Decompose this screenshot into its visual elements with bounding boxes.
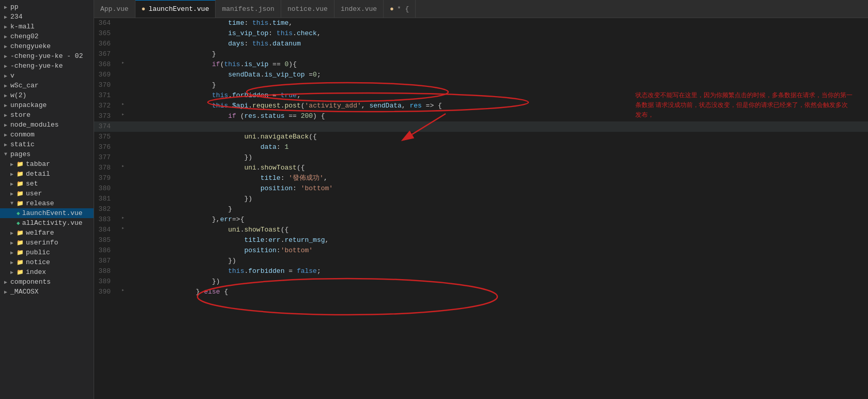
code-line-369: 369 sendData.is_vip_top =0;: [94, 70, 868, 80]
tab-app-vue-label: App.vue: [100, 5, 129, 13]
code-line-382: 382 }: [94, 204, 868, 214]
code-line-375: 375 uni.navigateBack({: [94, 132, 868, 142]
code-line-374: 374: [94, 121, 868, 132]
code-line-389: 389 }): [94, 277, 868, 287]
code-line-367: 367 }: [94, 49, 868, 59]
code-line-387: 387 }): [94, 256, 868, 266]
code-line-376: 376 data: 1: [94, 142, 868, 152]
code-line-377: 377 }): [94, 152, 868, 163]
sidebar-item-chengyueke[interactable]: ▶chengyueke: [0, 41, 94, 51]
code-editor[interactable]: 364 time: this.time, 365 is_vip_top: thi…: [94, 18, 868, 399]
code-line-370: 370 }: [94, 80, 868, 90]
tab-launch-event-label: launchEvent.vue: [148, 5, 209, 13]
code-line-384: 384 ▸ uni.showToast({: [94, 225, 868, 235]
sidebar-item-kmall[interactable]: ▶k-mall: [0, 22, 94, 32]
sidebar-item-store[interactable]: ▶store: [0, 110, 94, 120]
sidebar-item-pages[interactable]: ▼pages: [0, 149, 94, 159]
code-line-373: 373 ▸ if (res.status == 200) {: [94, 111, 868, 121]
sidebar: ▶pp ▶234 ▶k-mall ▶cheng02 ▶chengyueke ▶-…: [0, 0, 94, 399]
tab-manifest[interactable]: manifest.json: [216, 0, 281, 18]
tab-index-label: index.vue: [341, 5, 377, 13]
tabs-bar: App.vue ● launchEvent.vue manifest.json …: [94, 0, 868, 18]
tab-notice[interactable]: notice.vue: [281, 0, 334, 18]
tab-app-vue[interactable]: App.vue: [94, 0, 135, 18]
sidebar-item-pp[interactable]: ▶pp: [0, 2, 94, 12]
sidebar-item-components[interactable]: ▶components: [0, 277, 94, 287]
sidebar-item-v[interactable]: ▶v: [0, 71, 94, 81]
sidebar-item-cheng-yue-ke-02[interactable]: ▶-cheng-yue-ke - 02: [0, 51, 94, 61]
sidebar-item-release[interactable]: ▼release: [0, 198, 94, 208]
code-line-381: 381 }): [94, 194, 868, 204]
sidebar-item-index[interactable]: ▶index: [0, 267, 94, 277]
code-line-383: 383 ▸ },err=>{: [94, 214, 868, 225]
code-line-386: 386 position:'bottom': [94, 245, 868, 256]
sidebar-item-launch-event[interactable]: ◆launchEvent.vue: [0, 208, 94, 218]
tab-brace[interactable]: ● * {: [384, 0, 416, 18]
code-line-371: 371 this.forbidden = true;: [94, 90, 868, 101]
sidebar-item-cheng-yue-ke[interactable]: ▶-cheng-yue-ke: [0, 61, 94, 71]
code-line-372: 372 ▸ this.$api.request.post('activity_a…: [94, 101, 868, 111]
code-line-379: 379 title: '發佈成功',: [94, 173, 868, 183]
tab-index[interactable]: index.vue: [334, 0, 384, 18]
sidebar-item-notice[interactable]: ▶notice: [0, 257, 94, 267]
sidebar-item-w2[interactable]: ▶w(2): [0, 90, 94, 100]
code-line-378: 378 ▸ uni.showToast({: [94, 163, 868, 173]
sidebar-item-user[interactable]: ▶user: [0, 189, 94, 198]
sidebar-item-detail[interactable]: ▶detail: [0, 169, 94, 179]
sidebar-item-tabbar[interactable]: ▶tabbar: [0, 159, 94, 169]
sidebar-item-node-modules[interactable]: ▶node_modules: [0, 120, 94, 130]
sidebar-item-unpackage[interactable]: ▶unpackage: [0, 100, 94, 110]
sidebar-item-set[interactable]: ▶set: [0, 179, 94, 189]
sidebar-item-all-activity[interactable]: ◆allActivity.vue: [0, 218, 94, 228]
editor-area: App.vue ● launchEvent.vue manifest.json …: [94, 0, 868, 399]
code-line-380: 380 position: 'bottom': [94, 183, 868, 194]
tab-brace-label: * {: [397, 5, 409, 13]
sidebar-item-userinfo[interactable]: ▶userinfo: [0, 238, 94, 248]
code-line-388: 388 this.forbidden = false;: [94, 266, 868, 277]
tab-notice-label: notice.vue: [287, 5, 328, 13]
code-line-365: 365 is_vip_top: this.check,: [94, 28, 868, 39]
code-line-390: 390 ▸ } else {: [94, 287, 868, 297]
sidebar-item-macosx[interactable]: ▶_MACOSX: [0, 287, 94, 297]
sidebar-item-cheng02[interactable]: ▶cheng02: [0, 32, 94, 41]
sidebar-item-welfare[interactable]: ▶welfare: [0, 228, 94, 238]
sidebar-item-public[interactable]: ▶public: [0, 248, 94, 257]
code-line-364: 364 time: this.time,: [94, 18, 868, 28]
sidebar-item-wsc-car[interactable]: ▶wSc_car: [0, 81, 94, 90]
code-lines: 364 time: this.time, 365 is_vip_top: thi…: [94, 18, 868, 297]
sidebar-item-234[interactable]: ▶234: [0, 12, 94, 22]
sidebar-item-conmom[interactable]: ▶conmom: [0, 130, 94, 140]
code-line-366: 366 days: this.datanum: [94, 39, 868, 49]
code-line-368: 368 ▸ if(this.is_vip == 0){: [94, 59, 868, 70]
tab-launch-event[interactable]: ● launchEvent.vue: [135, 0, 216, 18]
sidebar-item-static[interactable]: ▶static: [0, 140, 94, 149]
tab-manifest-label: manifest.json: [222, 5, 274, 13]
code-line-385: 385 title:err.return_msg,: [94, 235, 868, 245]
